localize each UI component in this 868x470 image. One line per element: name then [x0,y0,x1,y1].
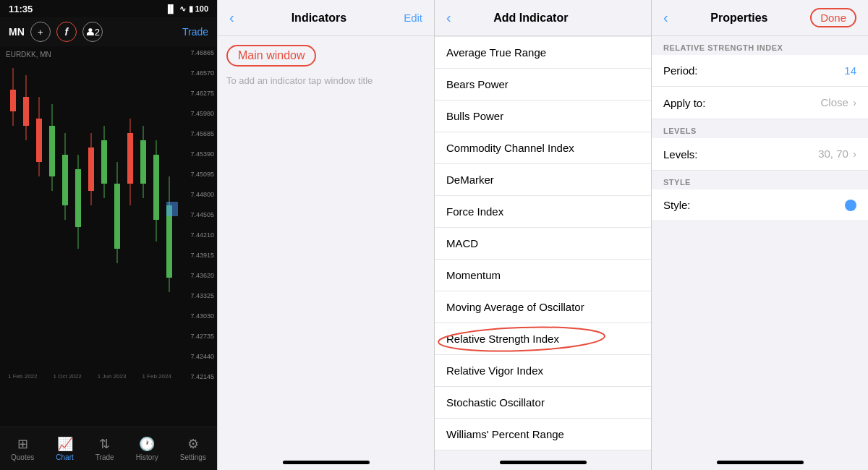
nav-history-label: History [136,453,158,461]
layers-button[interactable]: 👤︎2 [82,22,103,42]
indicator-item-rsi[interactable]: Relative Strength Index [435,323,651,355]
indicator-list: Average True Range Bears Power Bulls Pow… [435,36,651,455]
svg-rect-23 [153,155,159,220]
indicator-item-rvi[interactable]: Relative Vigor Index [435,355,651,387]
indicators-title: Indicators [234,12,404,25]
chart-header-left: MN + f 👤︎2 [9,22,103,42]
levels-value: 30, 70 [818,148,848,160]
price-16: 7.42440 [182,353,214,360]
nav-chart[interactable]: 📈 Chart [56,436,73,461]
indicator-item-rvi-label: Relative Vigor Index [446,364,543,377]
properties-back-button[interactable]: ‹ [663,9,668,26]
properties-content: RELATIVE STRENGTH INDEX Period: 14 Apply… [652,36,868,455]
battery-icon: ▮ 100 [189,4,208,14]
nav-quotes[interactable]: ⊞ Quotes [11,436,34,461]
svg-rect-19 [127,133,133,184]
price-13: 7.43325 [182,292,214,299]
nav-settings-label: Settings [180,453,206,461]
bottom-nav: ⊞ Quotes 📈 Chart ⇅ Trade 🕐 History ⚙ Set… [0,427,217,470]
levels-value-container: 30, 70 › [818,148,856,161]
levels-row[interactable]: Levels: 30, 70 › [652,138,868,171]
properties-bottom-bar [717,461,804,464]
add-indicator-hint: To add an indicator tap window title [226,75,425,86]
indicator-item-bears-label: Bears Power [446,78,509,90]
indicator-item-stoch-label: Stochastic Oscillator [446,396,545,409]
style-label: Style: [663,199,691,211]
function-button[interactable]: f [56,22,77,42]
indicator-item-mao[interactable]: Moving Average of Oscillator [435,291,651,323]
nav-history[interactable]: 🕐 History [136,436,158,461]
price-2: 7.46570 [182,69,214,77]
indicator-item-stoch[interactable]: Stochastic Oscillator [435,387,651,419]
period-value[interactable]: 14 [844,64,856,77]
svg-rect-15 [101,140,107,184]
add-indicator-panel: ‹ Add Indicator Average True Range Bears… [434,0,651,470]
indicator-item-atr[interactable]: Average True Range [435,36,651,69]
add-indicator-title: Add Indicator [451,12,610,25]
wifi-icon: ∿ [179,4,186,14]
date-4: 1 Feb 2024 [142,373,171,380]
status-time: 11:35 [9,4,33,14]
apply-to-value-container: Close › [821,96,856,109]
indicator-item-williams[interactable]: Williams' Percent Range [435,419,651,450]
date-1: 1 Feb 2022 [8,373,37,380]
rsi-section-label: RELATIVE STRENGTH INDEX [652,36,868,55]
svg-rect-9 [62,155,68,205]
levels-section-label: LEVELS [652,119,868,138]
indicator-item-cci[interactable]: Commodity Channel Index [435,132,651,164]
price-5: 7.45685 [182,130,214,137]
apply-to-value: Close [821,96,848,108]
indicator-item-demarker[interactable]: DeMarker [435,164,651,196]
chart-pair-label: EURDKK, MN [6,51,51,59]
indicator-item-force[interactable]: Force Index [435,196,651,228]
price-12: 7.43620 [182,272,214,279]
price-1: 7.46865 [182,49,214,56]
indicators-header: ‹ Indicators Edit [218,0,434,36]
nav-trade[interactable]: ⇅ Trade [95,436,114,461]
properties-header: ‹ Properties Done [652,0,868,36]
price-17: 7.42145 [182,373,214,380]
indicator-item-williams-label: Williams' Percent Range [446,428,564,440]
price-10: 7.44210 [182,231,214,239]
indicator-item-momentum-label: Momentum [446,269,501,281]
indicator-item-macd[interactable]: MACD [435,228,651,260]
apply-to-row[interactable]: Apply to: Close › [652,87,868,119]
indicator-item-bulls-label: Bulls Power [446,110,503,122]
price-6: 7.45390 [182,150,214,158]
properties-title: Properties [668,12,810,25]
main-window-button[interactable]: Main window [226,45,316,67]
add-indicator-quick-button[interactable]: + [30,22,51,42]
levels-chevron-icon: › [853,148,856,160]
settings-icon: ⚙ [187,436,199,452]
indicator-item-bears[interactable]: Bears Power [435,69,651,101]
indicator-item-bulls[interactable]: Bulls Power [435,101,651,132]
indicator-item-momentum[interactable]: Momentum [435,260,651,291]
trade-icon: ⇅ [99,436,110,452]
svg-rect-5 [36,119,42,162]
nav-settings[interactable]: ⚙ Settings [180,436,206,461]
candlestick-chart [0,61,179,383]
style-row[interactable]: Style: [652,189,868,221]
chart-icon: 📈 [57,436,73,452]
volumes-section-label: VOLUMES [435,450,651,455]
indicator-item-atr-label: Average True Range [446,46,546,59]
indicators-back-button[interactable]: ‹ [229,9,234,26]
time-axis: 1 Feb 2022 1 Oct 2022 1 Jun 2023 1 Feb 2… [0,369,179,383]
apply-to-label: Apply to: [663,97,705,109]
svg-rect-3 [23,97,29,126]
svg-rect-21 [140,140,146,184]
indicators-edit-button[interactable]: Edit [404,12,422,24]
chart-area: EURDKK, MN 7.46865 7.46570 7.46275 7.459… [0,46,217,427]
style-section-label: STYLE [652,171,868,189]
price-14: 7.43030 [182,312,214,320]
style-dot-icon [845,200,856,211]
indicator-item-mao-label: Moving Average of Oscillator [446,301,584,313]
price-4: 7.45980 [182,110,214,117]
signal-icon: ▐▌ [165,4,176,13]
add-indicator-header: ‹ Add Indicator [435,0,651,36]
add-indicator-bottom-bar [500,461,587,464]
trade-button[interactable]: Trade [182,26,208,38]
properties-done-button[interactable]: Done [810,8,856,27]
indicator-item-macd-label: MACD [446,237,478,249]
add-indicator-back-button[interactable]: ‹ [446,9,451,26]
